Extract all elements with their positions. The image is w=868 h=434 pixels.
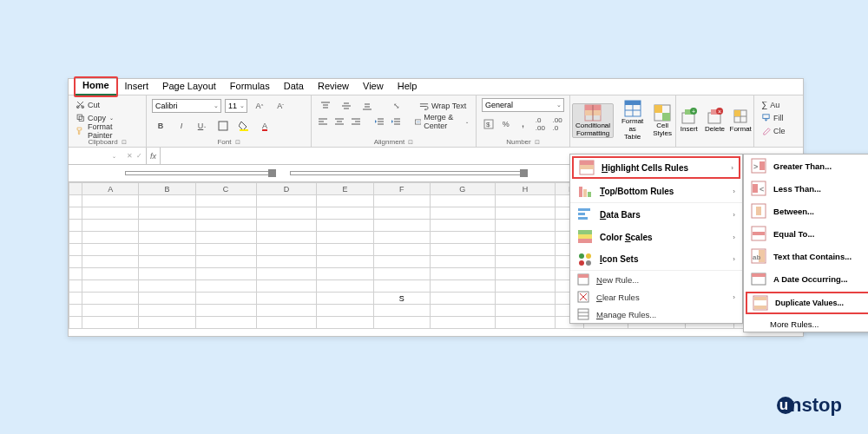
col-header[interactable]: F [373,183,430,195]
orientation-button[interactable]: ⤡ [388,98,405,114]
align-top-button[interactable] [317,98,334,114]
merge-icon [415,117,422,127]
decrease-indent-button[interactable] [373,114,386,129]
increase-indent-button[interactable] [389,114,402,129]
conditional-formatting-icon [584,104,602,122]
svg-point-66 [586,253,591,259]
increase-font-button[interactable]: A^ [251,98,268,114]
tab-view[interactable]: View [356,79,391,95]
font-family-combo[interactable]: Calibri [152,99,221,113]
duplicate-icon [753,295,768,311]
align-left-button[interactable] [317,114,330,129]
menu-clear-rules[interactable]: Clear Rules › [570,288,742,306]
cell[interactable]: S [373,293,430,305]
format-as-table-button[interactable]: Format as Table [617,100,648,141]
border-button[interactable] [214,118,232,134]
menu-new-rule[interactable]: New Rule... [570,271,742,288]
menu-data-bars[interactable]: Data Bars › [570,203,742,226]
percent-button[interactable]: % [499,116,513,132]
format-painter-label: Format Painter [88,122,139,140]
decrease-decimal-button[interactable]: .00.0 [550,116,564,132]
menu-top-bottom-rules[interactable]: Top/Bottom Rules › [570,181,742,203]
svg-rect-61 [578,217,588,220]
clear-button[interactable]: Cle [760,124,787,137]
align-bottom-button[interactable] [358,98,376,114]
svg-rect-51 [734,110,740,116]
icon-sets-icon [577,252,593,267]
col-header[interactable]: D [256,183,317,195]
svg-rect-79 [753,184,758,193]
delete-cells-button[interactable]: × Delete [704,108,727,134]
font-color-button[interactable]: A [256,118,273,134]
tab-page-layout[interactable]: Page Layout [155,79,223,95]
menu-highlight-cells-rules[interactable]: Highlight Cells Rules › [572,156,740,179]
greater-than-icon: > [751,158,766,174]
submenu-date-occurring[interactable]: A Date Occurring... [744,267,868,290]
col-header[interactable]: A [82,183,139,195]
svg-rect-0 [77,115,82,120]
font-size-combo[interactable]: 11 [225,99,247,113]
submenu-less-than[interactable]: < Less Than... [744,177,868,200]
align-middle-button[interactable] [338,98,355,114]
accounting-format-button[interactable]: $ [482,116,496,132]
tab-help[interactable]: Help [391,79,424,95]
menu-icon-sets[interactable]: Icon Sets › [570,248,742,271]
font-group-label: Font [217,138,231,146]
col-header[interactable]: B [139,183,195,195]
submenu-equal-to[interactable]: Equal To... [744,222,868,245]
autosum-button[interactable]: ∑Au [760,98,787,111]
delete-cells-label: Delete [705,126,725,134]
conditional-formatting-button[interactable]: Conditional Formatting [572,103,614,139]
align-right-button[interactable] [350,114,363,129]
comma-button[interactable]: , [516,116,530,132]
number-format-combo[interactable]: General [482,98,564,112]
submenu-label: More Rules... [770,319,819,329]
menu-manage-rules[interactable]: Manage Rules... [570,306,742,323]
submenu-label: Less Than... [773,184,821,194]
submenu-text-contains[interactable]: ab Text that Contains... [744,245,868,267]
tab-data[interactable]: Data [277,79,311,95]
svg-text:$: $ [486,121,490,128]
cell-styles-icon [654,104,671,122]
insert-cells-button[interactable]: + Insert [678,108,700,134]
col-header[interactable]: H [495,183,556,195]
cell-styles-button[interactable]: Cell Styles [651,104,674,138]
menu-label: Highlight Cells Rules [602,163,688,173]
manage-rules-icon [577,308,589,320]
cut-button[interactable]: Cut [74,98,141,111]
submenu-between[interactable]: Between... [744,200,868,222]
format-painter-button[interactable]: Format Painter [74,124,141,137]
col-header[interactable]: C [195,183,256,195]
tab-review[interactable]: Review [311,79,356,95]
bold-button[interactable]: B [152,118,169,134]
fill-button[interactable]: Fill [760,111,787,124]
svg-point-68 [586,260,591,266]
submenu-more-rules[interactable]: More Rules... [744,316,868,332]
format-cells-button[interactable]: Format [729,108,752,134]
number-group-label: Number [506,138,530,146]
ruler-left[interactable] [125,171,273,175]
svg-rect-59 [578,208,590,211]
menu-color-scales[interactable]: Color Scales › [570,226,742,248]
merge-center-button[interactable]: Merge & Center⌄ [413,115,470,128]
svg-rect-63 [578,234,592,239]
align-center-button[interactable] [333,114,346,129]
col-header[interactable]: G [431,183,496,195]
col-header[interactable]: E [317,183,373,195]
wrap-text-button[interactable]: Wrap Text [418,100,468,113]
italic-button[interactable]: I [173,118,190,134]
tab-formulas[interactable]: Formulas [223,79,277,95]
tab-insert[interactable]: Insert [118,79,156,95]
select-all[interactable] [69,183,82,195]
decrease-font-button[interactable]: Aˇ [272,98,289,114]
tab-home[interactable]: Home [76,78,116,95]
fill-color-button[interactable] [235,118,253,134]
name-box[interactable]: ⌄✕✓ [69,148,147,164]
submenu-duplicate-values[interactable]: Duplicate Values... [746,292,868,314]
copy-label: Copy [88,114,106,122]
ruler-right[interactable] [290,171,524,175]
submenu-greater-than[interactable]: > Greater Than... [744,155,868,177]
increase-decimal-button[interactable]: .0.00 [533,116,547,132]
menu-label: Icon Sets [600,254,638,264]
underline-button[interactable]: U⌄ [194,118,211,134]
